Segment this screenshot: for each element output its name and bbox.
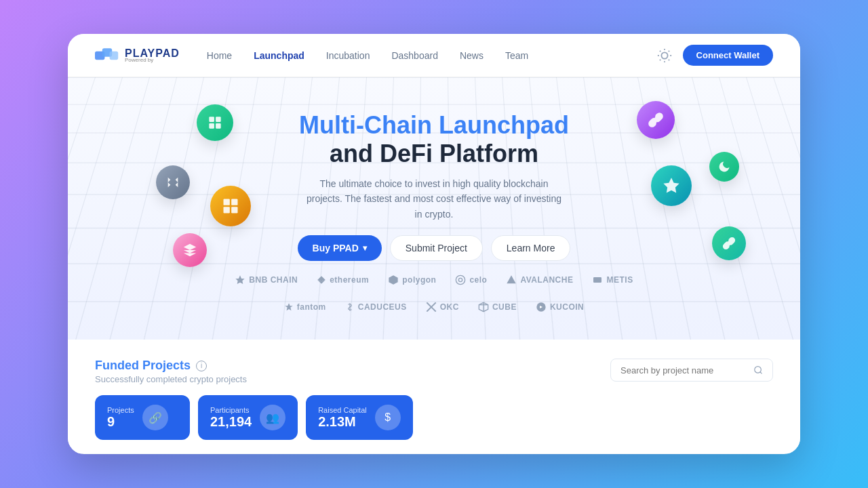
chain-cube: CUBE	[478, 302, 517, 312]
chain-avalanche: AVALANCHE	[506, 274, 573, 285]
stat-participants-icon: 👥	[260, 405, 285, 430]
svg-rect-12	[209, 117, 214, 122]
search-input[interactable]	[620, 365, 748, 375]
chain-kucoin: KUCOIN	[536, 302, 584, 312]
svg-marker-24	[389, 276, 398, 285]
stat-projects-label: Projects	[107, 406, 134, 414]
svg-point-36	[754, 367, 761, 373]
svg-rect-13	[216, 117, 221, 122]
funded-section: Funded Projects i Successfully completed…	[68, 340, 800, 453]
svg-marker-21	[236, 276, 245, 285]
funded-title-row: Funded Projects i	[95, 359, 247, 373]
chain-bnb: BNB CHAIN	[235, 274, 298, 285]
hero-title-dark: and DeFi Platform	[95, 140, 773, 168]
search-icon	[753, 365, 763, 375]
info-icon[interactable]: i	[196, 361, 207, 371]
stat-capital-label: Raised Capital	[318, 406, 367, 414]
stat-capital: Raised Capital 2.13M $	[306, 395, 413, 440]
nav-home[interactable]: Home	[207, 50, 232, 61]
chain-celo: celo	[455, 274, 487, 285]
stat-projects-value: 9	[107, 414, 134, 430]
svg-point-25	[456, 276, 465, 285]
svg-rect-18	[224, 207, 230, 213]
buy-ppad-button[interactable]: Buy PPAD ▾	[298, 235, 382, 261]
theme-toggle-icon[interactable]	[657, 48, 672, 63]
stat-participants-value: 21,194	[210, 414, 252, 430]
stat-capital-icon: $	[375, 405, 401, 430]
learn-more-button[interactable]: Learn More	[491, 235, 571, 261]
coin-teal-4	[712, 226, 746, 260]
svg-line-37	[760, 372, 762, 374]
nav-incubation[interactable]: Incubation	[326, 50, 370, 61]
coin-teal-3	[709, 152, 739, 182]
chevron-down-icon: ▾	[363, 243, 367, 253]
submit-project-button[interactable]: Submit Project	[390, 235, 483, 261]
svg-line-11	[668, 50, 669, 51]
logo: PLAYPAD Powered by	[95, 46, 180, 65]
stat-participants-label: Participants	[210, 406, 252, 414]
svg-line-6	[659, 50, 660, 51]
svg-line-7	[668, 59, 669, 60]
svg-rect-19	[231, 207, 237, 213]
svg-rect-28	[593, 277, 601, 283]
chain-caduceus: CADUCEUS	[345, 302, 407, 312]
stat-projects-icon: 🔗	[142, 405, 168, 430]
coin-purple	[637, 101, 675, 139]
nav-dashboard[interactable]: Dashboard	[391, 50, 438, 61]
app-container: PLAYPAD Powered by Home Launchpad Incuba…	[68, 34, 800, 454]
nav-team[interactable]: Team	[505, 50, 528, 61]
chain-okc: OKC	[426, 302, 459, 312]
chain-eth: ethereum	[317, 274, 369, 285]
coin-gold	[210, 186, 251, 226]
search-box	[610, 359, 773, 382]
hero-subtitle: The ultimate choice to invest in high qu…	[305, 176, 563, 222]
chain-logos: BNB CHAIN ethereum polygon celo AVALANCH…	[95, 274, 773, 312]
svg-point-3	[661, 52, 667, 58]
funded-subtitle: Successfully completed crypto projects	[95, 374, 247, 384]
funded-title: Funded Projects	[95, 359, 191, 373]
svg-rect-15	[216, 123, 221, 129]
stat-projects: Projects 9 🔗	[95, 395, 190, 440]
coin-pink	[173, 233, 207, 267]
nav-right: Connect Wallet	[657, 45, 773, 66]
chain-row-1: BNB CHAIN ethereum polygon celo AVALANCH…	[235, 274, 633, 285]
chain-metis: METIS	[592, 274, 633, 285]
stats-row: Projects 9 🔗 Participants 21,194 👥 Raise…	[95, 395, 773, 440]
stat-capital-value: 2.13M	[318, 414, 367, 430]
nav-links: Home Launchpad Incubation Dashboard News…	[207, 50, 657, 61]
svg-rect-14	[209, 123, 214, 129]
chain-row-2: fantom CADUCEUS OKC CUBE KUCOIN	[284, 302, 585, 312]
coin-gray	[156, 165, 190, 199]
svg-rect-16	[224, 199, 230, 205]
connect-wallet-button[interactable]: Connect Wallet	[683, 45, 773, 66]
nav-launchpad[interactable]: Launchpad	[254, 50, 304, 61]
coin-teal-1	[197, 104, 233, 141]
navbar: PLAYPAD Powered by Home Launchpad Incuba…	[68, 34, 800, 77]
svg-rect-2	[110, 51, 119, 60]
svg-point-26	[459, 279, 462, 282]
hero-section: Multi-Chain Launchpad and DeFi Platform …	[68, 77, 800, 340]
nav-news[interactable]: News	[460, 50, 484, 61]
svg-line-10	[659, 59, 660, 60]
funded-header: Funded Projects i Successfully completed…	[95, 359, 773, 384]
svg-marker-27	[507, 276, 516, 284]
logo-icon	[95, 46, 119, 65]
coin-teal-2	[651, 165, 692, 206]
chain-polygon: polygon	[388, 274, 436, 285]
stat-participants: Participants 21,194 👥	[198, 395, 298, 440]
chain-fantom: fantom	[284, 302, 326, 312]
svg-rect-17	[231, 199, 237, 205]
svg-marker-20	[663, 178, 679, 192]
